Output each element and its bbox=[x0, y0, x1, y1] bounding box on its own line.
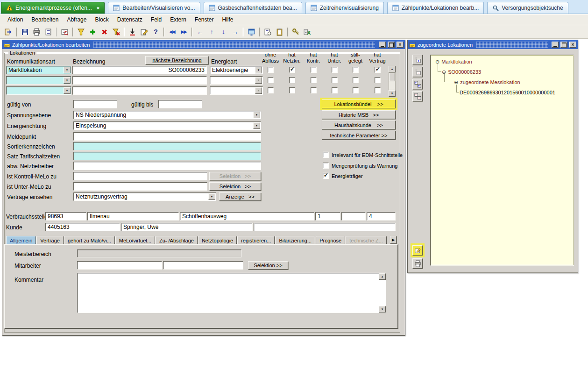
checkbox-ohne-abfluss-row1[interactable] bbox=[268, 67, 274, 73]
checkbox-hat-netzkn-row3[interactable] bbox=[289, 87, 295, 93]
excel-export-button[interactable]: X bbox=[302, 27, 313, 37]
kommentar-scroll-up-button[interactable]: ▲ bbox=[379, 273, 386, 280]
tree-node-zugeordnete-messlokation[interactable]: ⊖zugeordnete Messlokation bbox=[454, 79, 520, 85]
node-collapse-icon[interactable]: ⊖ bbox=[435, 59, 439, 64]
checkbox-hat-unter-row2[interactable] bbox=[332, 77, 338, 83]
checkbox-hat-vertrag-row2[interactable] bbox=[375, 77, 381, 83]
kunde-zusatz-field[interactable] bbox=[254, 223, 396, 231]
energierichtung-select[interactable]: Einspeisung▼ bbox=[73, 121, 261, 130]
clipboard-button[interactable] bbox=[274, 27, 285, 37]
kommunikationsart-select-row1[interactable]: Marktlokation▼ bbox=[6, 66, 71, 74]
up-button[interactable]: ↑ bbox=[206, 27, 218, 37]
menu-hilfe[interactable]: Hilfe bbox=[219, 15, 237, 24]
tab-prognose[interactable]: Prognose bbox=[316, 236, 345, 244]
minimize-button[interactable] bbox=[552, 42, 559, 48]
list-button[interactable] bbox=[43, 27, 54, 37]
checkbox-hat-vertrag-row1[interactable] bbox=[375, 67, 381, 73]
last-record-button[interactable]: ▶▶ bbox=[178, 27, 190, 37]
find-replace-button[interactable] bbox=[59, 27, 71, 37]
main-window-titlebar[interactable]: Zählpunkte/Lokationen bearbeiten × bbox=[2, 40, 405, 49]
anzeige-button[interactable]: Anzeige >> bbox=[219, 192, 261, 201]
kommunikationsart-select-row3[interactable]: ▼ bbox=[6, 86, 71, 95]
technische-parameter-button[interactable]: technische Parameter >> bbox=[322, 131, 396, 140]
checkbox-stillgelegt-row2[interactable] bbox=[353, 77, 359, 83]
bezeichnung-field-row2[interactable] bbox=[72, 76, 207, 85]
menu-aktion[interactable]: Aktion bbox=[4, 15, 27, 24]
tree-node-marktlokation[interactable]: ⊖Marktlokation bbox=[435, 59, 472, 64]
gueltig-bis-field[interactable] bbox=[158, 100, 202, 108]
app-tab-zeitreihenvisualisierung[interactable]: Zeitreihenvisualisierung bbox=[305, 2, 384, 14]
chevron-down-icon[interactable]: ▼ bbox=[64, 77, 71, 84]
checkbox-hat-unter-row1[interactable] bbox=[332, 67, 338, 73]
expand-branch-button[interactable] bbox=[412, 55, 423, 65]
ist-unter-melo-field[interactable] bbox=[73, 182, 207, 191]
print-button[interactable] bbox=[31, 27, 43, 37]
app-tab-versorgungsobjektsuche[interactable]: Versorgungsobjektsuche bbox=[487, 2, 568, 14]
tab-scroll-right-button[interactable]: ▶ bbox=[390, 236, 397, 244]
mitarbeiter-field-2[interactable] bbox=[163, 261, 243, 270]
menu-abfrage[interactable]: Abfrage bbox=[63, 15, 90, 24]
bezeichnung-field-row1[interactable]: SO000006233 bbox=[72, 66, 207, 74]
sortierkennzeichen-field[interactable] bbox=[73, 142, 261, 150]
app-tab-gasbeschaffenheitsdaten[interactable]: Gasbeschaffenheitsdaten bea... bbox=[204, 2, 302, 14]
chevron-down-icon[interactable]: ▼ bbox=[64, 87, 71, 94]
tab-melo-virtuell[interactable]: MeLo/virtuel... bbox=[115, 236, 155, 244]
print-tree-button[interactable] bbox=[412, 258, 423, 269]
checkbox-ohne-abfluss-row3[interactable] bbox=[268, 87, 274, 93]
list-of-values-button[interactable] bbox=[262, 27, 274, 37]
checkbox-hat-netzkn-row2[interactable] bbox=[289, 77, 295, 83]
previous-item-button[interactable]: ← bbox=[194, 27, 206, 37]
bezeichnung-field-row3[interactable] bbox=[72, 86, 207, 95]
exit-button[interactable] bbox=[3, 27, 14, 37]
kunde-name-field[interactable]: Springer, Uwe bbox=[121, 223, 253, 231]
verbrauchsstelle-strasse-field[interactable]: Schöffenhausweg bbox=[180, 212, 314, 220]
checkbox-stillgelegt-row3[interactable] bbox=[353, 87, 359, 93]
chevron-down-icon[interactable]: ▼ bbox=[255, 67, 262, 73]
verbrauchsstelle-hausnr2-field[interactable]: 4 bbox=[367, 212, 396, 220]
menu-bearbeiten[interactable]: Bearbeiten bbox=[28, 15, 62, 24]
spannungsebene-select[interactable]: NS Niederspannung▼ bbox=[73, 111, 261, 119]
mitarbeiter-selektion-button[interactable]: Selektion >> bbox=[248, 261, 288, 270]
tab-zu-abschlaege[interactable]: Zu- /Abschläge bbox=[156, 236, 198, 244]
tab-netztopologie[interactable]: Netztopologie bbox=[198, 236, 237, 244]
next-item-button[interactable]: → bbox=[229, 27, 241, 37]
naechste-bezeichnung-button[interactable]: nächste Bezeichnung bbox=[145, 56, 209, 64]
app-tab-zaehlpunkte-lokationen[interactable]: Zählpunkte/Lokationen bearb... bbox=[387, 2, 484, 14]
kommentar-scroll-down-button[interactable]: ▼ bbox=[379, 306, 386, 313]
close-button[interactable]: × bbox=[569, 42, 576, 48]
checkbox-hat-unter-row3[interactable] bbox=[332, 87, 338, 93]
save-button[interactable] bbox=[19, 27, 31, 37]
collapse-all-button[interactable] bbox=[412, 91, 423, 101]
verbrauchsstelle-ort-field[interactable]: Ilmenau bbox=[87, 212, 179, 220]
enter-query-button[interactable] bbox=[75, 27, 87, 37]
vertraege-einsehen-select[interactable]: Netznutzungsvertrag▼ bbox=[73, 192, 216, 201]
verbrauchsstelle-hausnr-field[interactable]: 1 bbox=[315, 212, 340, 220]
historie-msb-button[interactable]: Historie MSB >> bbox=[322, 110, 396, 119]
scroll-down-button[interactable]: ▼ bbox=[389, 90, 396, 97]
close-button[interactable]: × bbox=[397, 42, 404, 48]
maximize-button[interactable] bbox=[388, 42, 395, 48]
close-icon[interactable]: × bbox=[97, 5, 99, 11]
tree-node-messlokation-id[interactable]: DE0009269869301201560010000000001 bbox=[460, 90, 555, 95]
tree-window-titlebar[interactable]: zugeordnete Lokationen × bbox=[408, 40, 578, 49]
node-collapse-icon[interactable]: ⊖ bbox=[442, 70, 446, 75]
energieart-select-row2[interactable]: ▼ bbox=[210, 76, 263, 85]
checkbox-stillgelegt-row1[interactable] bbox=[353, 67, 359, 73]
checkbox-hat-kontr-row2[interactable] bbox=[311, 77, 317, 83]
help-button[interactable]: ? bbox=[150, 27, 162, 37]
tab-bilanzierung[interactable]: Bilanzierung... bbox=[275, 236, 315, 244]
checkbox-irrelevant-edm[interactable] bbox=[323, 152, 329, 158]
checkbox-hat-kontr-row1[interactable] bbox=[311, 67, 317, 73]
chevron-down-icon[interactable]: ▼ bbox=[253, 112, 260, 118]
edit-note-button[interactable] bbox=[412, 245, 423, 256]
tree-node-so000006233[interactable]: ⊖SO000006233 bbox=[442, 69, 481, 75]
menu-datensatz[interactable]: Datensatz bbox=[113, 15, 146, 24]
scrollbar-thumb[interactable] bbox=[389, 73, 395, 81]
execute-query-button[interactable] bbox=[127, 27, 138, 37]
gueltig-von-field[interactable] bbox=[73, 100, 117, 108]
app-tab-bearbeiten-visualisieren[interactable]: Bearbeiten/Visualisieren vo... bbox=[108, 2, 200, 14]
chevron-down-icon[interactable]: ▼ bbox=[255, 77, 262, 84]
chevron-down-icon[interactable]: ▼ bbox=[208, 193, 215, 200]
collapse-branch-button[interactable] bbox=[412, 67, 423, 77]
keys-button[interactable] bbox=[290, 27, 302, 37]
